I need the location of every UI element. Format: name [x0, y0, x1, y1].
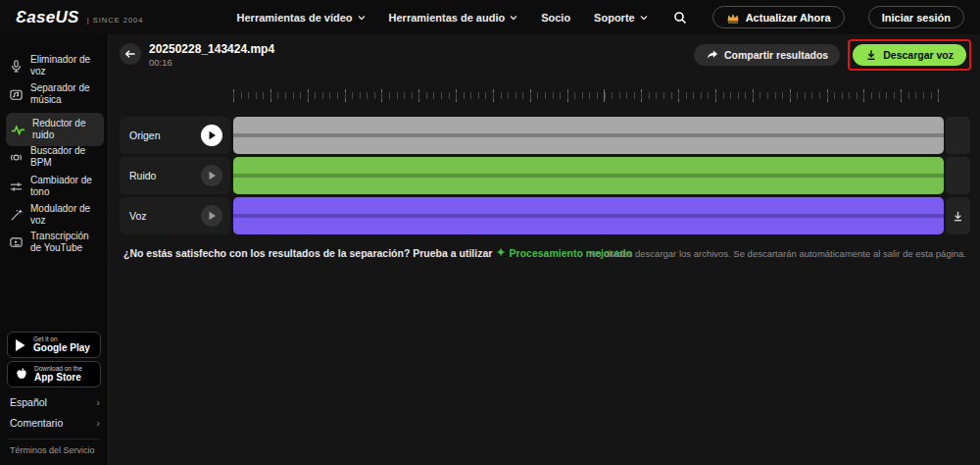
- sidebar-item-label: Cambiador de tono: [30, 175, 101, 198]
- nav-support[interactable]: Soporte: [594, 12, 648, 24]
- file-name: 20250228_143424.mp4: [149, 42, 274, 56]
- sidebar-item-music-separator[interactable]: Separador de música: [6, 82, 104, 106]
- chevron-right-icon: ›: [96, 417, 100, 429]
- sidebar-item-voice-remover[interactable]: Eliminador de voz: [6, 54, 104, 78]
- download-icon: [952, 210, 964, 223]
- play-button-origin[interactable]: [201, 125, 222, 146]
- play-button-voice[interactable]: [201, 205, 222, 227]
- upgrade-button[interactable]: Actualizar Ahora: [712, 6, 845, 28]
- waveform-noise[interactable]: [233, 157, 944, 194]
- sidebar-item-label: Separador de música: [30, 82, 101, 106]
- main-content: 20250228_143424.mp4 00:16 Compartir resu…: [110, 34, 980, 465]
- track-row-voice: Voz: [120, 197, 970, 234]
- track-name: Origen: [129, 129, 161, 141]
- sidebar-divider: [8, 439, 100, 439]
- track-label-panel: Ruido: [120, 157, 230, 194]
- sidebar-item-label: Buscador de BPM: [30, 145, 101, 169]
- chevron-down-icon: [640, 14, 648, 22]
- play-icon: [208, 130, 217, 140]
- question-text: ¿No estás satisfecho con los resultados …: [123, 247, 492, 259]
- back-arrow-icon: [124, 48, 136, 60]
- separation-feedback-text: ¿No estás satisfecho con los resultados …: [123, 246, 632, 259]
- feedback-link[interactable]: Comentario ›: [10, 417, 100, 429]
- nav-support-label: Soporte: [594, 12, 635, 24]
- apple-icon: [15, 367, 28, 382]
- share-icon: [706, 49, 718, 61]
- share-results-button[interactable]: Compartir resultados: [694, 44, 840, 66]
- logo-since-text: | SINCE 2004: [87, 16, 144, 25]
- voice-modulator-icon: [9, 208, 24, 223]
- pitch-changer-icon: [9, 180, 24, 194]
- nav-audio-tools[interactable]: Herramientas de audio: [389, 12, 518, 24]
- track-name: Ruido: [129, 170, 156, 181]
- crown-icon: [726, 12, 740, 24]
- language-selector[interactable]: Español ›: [10, 396, 100, 408]
- track-row-noise: Ruido: [120, 157, 970, 194]
- login-button-label: Iniciar sesión: [882, 12, 951, 24]
- download-voice-track-button[interactable]: [946, 197, 970, 234]
- microphone-icon: [9, 59, 24, 74]
- language-label: Español: [10, 396, 47, 408]
- chevron-right-icon: ›: [96, 396, 100, 408]
- track-label-panel: Voz: [120, 197, 230, 234]
- file-duration: 00:16: [149, 57, 172, 68]
- nav-video-tools[interactable]: Herramientas de vídeo: [237, 12, 366, 24]
- sidebar-item-youtube-transcription[interactable]: Transcripción de YouTube: [6, 231, 104, 254]
- bpm-icon: [9, 150, 24, 165]
- sidebar-item-label: Eliminador de voz: [30, 54, 101, 78]
- nav-audio-tools-label: Herramientas de audio: [389, 12, 506, 24]
- terms-of-service-link[interactable]: Términos del Servicio: [10, 445, 95, 455]
- track-action-cell: [946, 117, 970, 154]
- sidebar-item-voice-modulator[interactable]: Modulador de voz: [6, 203, 104, 227]
- sidebar-item-pitch-changer[interactable]: Cambiador de tono: [6, 175, 104, 198]
- timeline-ruler: [233, 89, 946, 102]
- play-icon: [208, 171, 217, 181]
- noise-pulse-icon: [11, 123, 25, 137]
- topbar: ƐaseUS | SINCE 2004 Herramientas de víde…: [0, 0, 980, 34]
- tracks-panel: Origen Ruido Voz: [120, 117, 970, 237]
- sidebar-item-bpm-finder[interactable]: Buscador de BPM: [6, 145, 104, 169]
- waveform-origin[interactable]: [233, 117, 944, 154]
- sidebar: Eliminador de voz Separador de música Re…: [0, 34, 109, 465]
- sidebar-item-label: Transcripción de YouTube: [30, 231, 101, 254]
- login-button[interactable]: Iniciar sesión: [868, 6, 964, 28]
- youtube-transcription-icon: [9, 235, 24, 250]
- upgrade-button-label: Actualizar Ahora: [746, 12, 831, 24]
- play-button-noise[interactable]: [201, 165, 222, 186]
- google-play-badge[interactable]: Get it on Google Play: [7, 332, 101, 358]
- back-button[interactable]: [120, 43, 141, 65]
- track-label-panel: Origen: [120, 117, 230, 154]
- music-separator-icon: [9, 87, 24, 102]
- easeus-logo[interactable]: ƐaseUS | SINCE 2004: [16, 8, 143, 27]
- download-reminder-text: No olvides descargar los archivos. Se de…: [589, 248, 966, 259]
- feedback-label: Comentario: [10, 417, 63, 429]
- app-store-badge[interactable]: Download on the App Store: [7, 361, 101, 388]
- search-icon[interactable]: [671, 9, 689, 26]
- nav-partner[interactable]: Socio: [541, 12, 570, 24]
- download-icon: [865, 49, 877, 61]
- download-voice-button[interactable]: Descargar voz: [853, 44, 966, 66]
- badge-caption: Get it on: [33, 336, 90, 342]
- sidebar-item-noise-reducer[interactable]: Reductor de ruido: [6, 113, 104, 146]
- badge-caption: Download on the: [34, 365, 82, 372]
- share-results-label: Compartir resultados: [724, 49, 828, 61]
- nav-video-tools-label: Herramientas de vídeo: [237, 12, 353, 24]
- sidebar-item-label: Modulador de voz: [30, 203, 101, 227]
- track-name: Voz: [129, 210, 147, 222]
- track-action-cell: [946, 157, 970, 194]
- play-icon: [208, 211, 217, 221]
- sidebar-item-label: Reductor de ruido: [32, 118, 99, 141]
- nav-partner-label: Socio: [541, 12, 570, 24]
- track-row-origin: Origen: [120, 117, 970, 154]
- sparkle-icon: ✦: [496, 246, 505, 259]
- chevron-down-icon: [510, 14, 517, 22]
- highlight-annotation-box: Descargar voz: [848, 39, 971, 71]
- badge-store-name: Google Play: [33, 342, 90, 354]
- badge-store-name: App Store: [34, 372, 82, 384]
- logo-text: ƐaseUS: [16, 8, 79, 27]
- google-play-icon: [15, 338, 27, 352]
- chevron-down-icon: [358, 14, 366, 22]
- waveform-voice[interactable]: [233, 197, 944, 234]
- download-voice-label: Descargar voz: [883, 49, 954, 61]
